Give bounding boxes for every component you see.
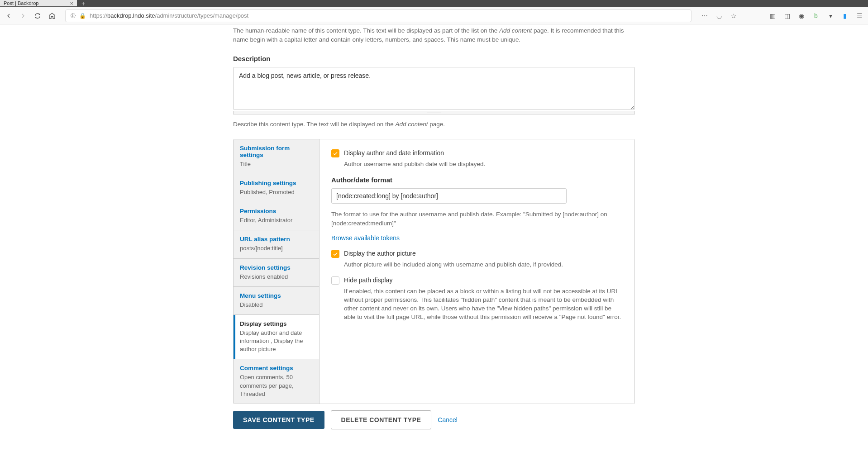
home-button[interactable] — [48, 12, 56, 20]
cancel-link[interactable]: Cancel — [438, 416, 458, 423]
browse-tokens-link[interactable]: Browse available tokens — [331, 234, 400, 242]
browser-tab[interactable]: Post | Backdrop × — [0, 0, 77, 6]
display-author-date-row: Display author and date information — [331, 149, 623, 157]
url-prefix: https:// — [90, 12, 107, 19]
description-help: Describe this content type. The text wil… — [233, 118, 635, 131]
hide-path-label: Hide path display — [344, 276, 392, 284]
extension-icon-3[interactable]: ▮ — [841, 12, 849, 20]
resize-handle[interactable] — [233, 111, 635, 114]
check-icon — [333, 251, 338, 257]
tab-menu[interactable]: Menu settings Disabled — [234, 287, 319, 315]
menu-icon[interactable]: ☰ — [855, 12, 863, 20]
tab-publishing[interactable]: Publishing settings Published, Promoted — [234, 174, 319, 202]
url-domain: backdrop.lndo.site — [107, 12, 155, 19]
forward-button[interactable] — [19, 12, 27, 20]
tab-title: Post | Backdrop — [4, 0, 38, 6]
bookmark-icon[interactable]: ☆ — [730, 12, 738, 20]
tab-url-alias[interactable]: URL alias pattern posts/[node:title] — [234, 230, 319, 258]
security-icon: 🛈 — [70, 13, 76, 19]
hide-path-checkbox[interactable] — [331, 276, 339, 285]
tab-comment[interactable]: Comment settings Open comments, 50 comme… — [234, 359, 319, 404]
more-icon[interactable]: ⋯ — [701, 12, 709, 20]
display-author-pic-help: Author picture will be included along wi… — [344, 261, 623, 269]
settings-panel: Submission form settings Title Publishin… — [233, 139, 635, 404]
new-tab-button[interactable]: + — [81, 0, 85, 7]
display-author-pic-row: Display the author picture — [331, 250, 623, 258]
lock-icon: 🔒 — [79, 13, 86, 19]
save-button[interactable]: Save content type — [233, 411, 324, 429]
account-icon[interactable]: ◉ — [797, 12, 806, 20]
hide-path-row: Hide path display — [331, 276, 623, 285]
close-icon[interactable]: × — [70, 0, 73, 7]
form-actions: Save content type Delete content type Ca… — [233, 410, 635, 429]
extension-icon[interactable]: b — [812, 12, 820, 20]
delete-button[interactable]: Delete content type — [331, 410, 432, 429]
sidebar-icon[interactable]: ◫ — [783, 12, 791, 20]
tab-display[interactable]: Display settings Display author and date… — [234, 315, 319, 360]
format-label: Author/date format — [331, 176, 623, 184]
description-label: Description — [233, 55, 635, 62]
back-button[interactable] — [5, 12, 13, 20]
hide-path-help: If enabled, this content can be placed a… — [344, 287, 623, 322]
browser-toolbar: 🛈 🔒 https://backdrop.lndo.site/admin/str… — [0, 7, 868, 24]
vertical-tabs: Submission form settings Title Publishin… — [234, 139, 320, 404]
tab-permissions[interactable]: Permissions Editor, Administrator — [234, 202, 319, 230]
pocket-icon[interactable]: ◡ — [715, 12, 723, 20]
library-icon[interactable]: ▥ — [768, 12, 777, 20]
extension-icon-2[interactable]: ▾ — [826, 12, 835, 20]
browser-tab-bar: Post | Backdrop × + — [0, 0, 868, 7]
description-textarea[interactable] — [233, 67, 635, 110]
format-help: The format to use for the author usernam… — [331, 208, 623, 230]
url-path: /admin/structure/types/manage/post — [155, 12, 249, 19]
check-icon — [333, 151, 338, 156]
toolbar-right: ⋯ ◡ ☆ ▥ ◫ ◉ b ▾ ▮ ☰ — [701, 12, 863, 20]
main-content: The human-readable name of this content … — [228, 24, 640, 447]
display-author-pic-label: Display the author picture — [344, 250, 416, 257]
display-author-pic-checkbox[interactable] — [331, 250, 339, 258]
tab-submission-form[interactable]: Submission form settings Title — [234, 139, 319, 174]
name-help-text: The human-readable name of this content … — [233, 24, 635, 47]
tab-revision[interactable]: Revision settings Revisions enabled — [234, 259, 319, 287]
nav-buttons — [5, 12, 56, 20]
display-author-date-checkbox[interactable] — [331, 149, 339, 157]
format-input[interactable] — [331, 188, 567, 204]
display-author-date-help: Author username and publish date will be… — [344, 160, 623, 169]
display-author-date-label: Display author and date information — [344, 149, 444, 157]
display-settings-panel: Display author and date information Auth… — [320, 139, 634, 404]
url-bar[interactable]: 🛈 🔒 https://backdrop.lndo.site/admin/str… — [65, 10, 692, 22]
reload-button[interactable] — [33, 12, 42, 20]
